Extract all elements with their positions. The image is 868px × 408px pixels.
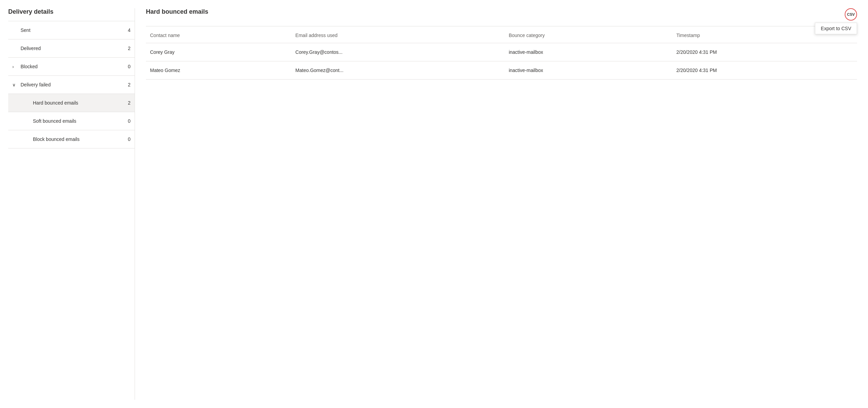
delivery-row-delivered[interactable]: Delivered 2 xyxy=(8,39,135,58)
delivery-row-sent[interactable]: Sent 4 xyxy=(8,21,135,39)
row-label: Delivery failed xyxy=(21,82,120,87)
export-area: CSV Export to CSV xyxy=(845,8,857,21)
row-count: 0 xyxy=(120,64,131,69)
delivery-row-hard-bounced[interactable]: Hard bounced emails 2 xyxy=(8,94,135,112)
row-label: Soft bounced emails xyxy=(21,118,120,124)
table-cell-1-1: Mateo.Gomez@cont... xyxy=(291,61,505,80)
export-icon: CSV xyxy=(847,12,855,16)
right-panel-title: Hard bounced emails xyxy=(146,8,208,15)
col-header-2: Bounce category xyxy=(505,26,672,43)
export-tooltip[interactable]: Export to CSV xyxy=(815,23,857,34)
chevron-icon: › xyxy=(12,64,21,69)
row-count: 0 xyxy=(120,136,131,142)
table-row: Corey GrayCorey.Gray@contos...inactive-m… xyxy=(146,43,857,61)
row-label: Sent xyxy=(21,27,120,33)
table-header-row: Contact nameEmail address usedBounce cat… xyxy=(146,26,857,43)
row-count: 2 xyxy=(120,100,131,106)
row-count: 4 xyxy=(120,27,131,33)
table-cell-0-2: inactive-mailbox xyxy=(505,43,672,61)
left-panel: Delivery details Sent 4 Delivered 2 › Bl… xyxy=(8,8,135,400)
col-header-1: Email address used xyxy=(291,26,505,43)
table-cell-1-0: Mateo Gomez xyxy=(146,61,291,80)
table-cell-0-1: Corey.Gray@contos... xyxy=(291,43,505,61)
table-cell-0-3: 2/20/2020 4:31 PM xyxy=(672,43,857,61)
delivery-row-soft-bounced[interactable]: Soft bounced emails 0 xyxy=(8,112,135,130)
right-panel: Hard bounced emails CSV Export to CSV Co… xyxy=(135,8,860,400)
right-header: Hard bounced emails CSV Export to CSV xyxy=(146,8,857,26)
table-cell-0-0: Corey Gray xyxy=(146,43,291,61)
row-count: 2 xyxy=(120,46,131,51)
bounced-emails-table: Contact nameEmail address usedBounce cat… xyxy=(146,26,857,80)
row-label: Hard bounced emails xyxy=(21,100,120,106)
table-cell-1-3: 2/20/2020 4:31 PM xyxy=(672,61,857,80)
row-label: Delivered xyxy=(21,46,120,51)
row-label: Block bounced emails xyxy=(21,136,120,142)
row-count: 2 xyxy=(120,82,131,87)
table-cell-1-2: inactive-mailbox xyxy=(505,61,672,80)
table-row: Mateo GomezMateo.Gomez@cont...inactive-m… xyxy=(146,61,857,80)
chevron-icon: ∨ xyxy=(12,82,21,87)
delivery-row-blocked[interactable]: › Blocked 0 xyxy=(8,58,135,76)
row-label: Blocked xyxy=(21,64,120,69)
delivery-row-block-bounced[interactable]: Block bounced emails 0 xyxy=(8,130,135,148)
row-count: 0 xyxy=(120,118,131,124)
left-panel-title: Delivery details xyxy=(8,8,135,21)
col-header-0: Contact name xyxy=(146,26,291,43)
export-csv-button[interactable]: CSV xyxy=(845,8,857,21)
delivery-row-delivery-failed[interactable]: ∨ Delivery failed 2 xyxy=(8,76,135,94)
